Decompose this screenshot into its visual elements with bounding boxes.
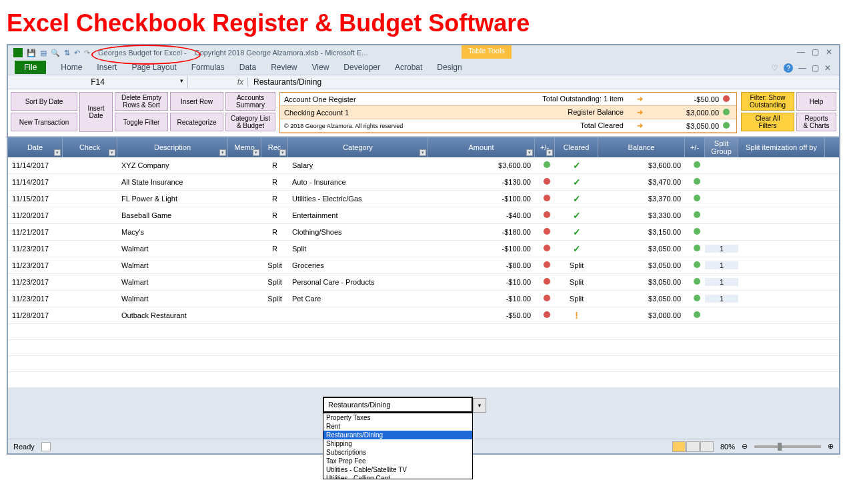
dropdown-item[interactable]: Property Taxes: [323, 413, 472, 422]
col-rec[interactable]: Rec▾: [261, 137, 288, 157]
table-row[interactable]: 11/23/2017WalmartSplitGroceries-$80.00Sp…: [8, 257, 839, 274]
dropdown-toggle-icon[interactable]: ▼: [473, 398, 486, 413]
cell-cleared[interactable]: Split: [555, 278, 598, 286]
formula-input[interactable]: Restaurants/Dining: [248, 77, 327, 87]
dropdown-item[interactable]: Restaurants/Dining: [323, 431, 472, 439]
cell-category[interactable]: Auto - Insurance: [288, 178, 428, 186]
cell-description[interactable]: Walmart: [117, 295, 228, 303]
redo-icon[interactable]: ↷: [84, 49, 90, 57]
sort-by-date-button[interactable]: Sort By Date: [11, 92, 77, 111]
dropdown-item[interactable]: Shipping: [323, 439, 472, 448]
dropdown-item[interactable]: Tax Prep Fee: [323, 457, 472, 465]
dropdown-item[interactable]: Utilities - Calling Card: [323, 474, 472, 479]
list-icon[interactable]: ▤: [40, 49, 47, 57]
cell-date[interactable]: 11/14/2017: [8, 178, 63, 186]
cell-description[interactable]: Walmart: [117, 245, 228, 253]
cell-date[interactable]: 11/20/2017: [8, 211, 63, 219]
cell-category[interactable]: Salary: [288, 161, 428, 169]
cell-amount[interactable]: -$40.00: [428, 211, 535, 219]
page-break-view-button[interactable]: [700, 441, 714, 452]
cell-description[interactable]: Macy's: [117, 228, 228, 236]
filter-dropdown-icon[interactable]: ▾: [279, 149, 286, 156]
cell-balance[interactable]: $3,370.00: [598, 195, 685, 203]
table-row[interactable]: 11/23/2017WalmartRSplit-$100.00✓$3,050.0…: [8, 241, 839, 257]
cell-category[interactable]: Personal Care - Products: [288, 278, 428, 286]
cell-cleared[interactable]: ✓: [555, 243, 598, 254]
cell-description[interactable]: Outback Restaurant: [117, 311, 228, 319]
zoom-in-button[interactable]: ⊕: [828, 442, 834, 451]
cell-cleared[interactable]: ✓: [555, 227, 598, 237]
table-row[interactable]: 11/23/2017WalmartSplitPersonal Care - Pr…: [8, 274, 839, 291]
cell-cleared[interactable]: ✓: [555, 193, 598, 204]
cell-balance[interactable]: $3,050.00: [598, 278, 685, 286]
cell-rec[interactable]: R: [261, 211, 288, 219]
table-row[interactable]: 11/20/2017Baseball GameREntertainment-$4…: [8, 207, 839, 224]
cell-amount[interactable]: -$100.00: [428, 245, 535, 253]
cell-date[interactable]: 11/15/2017: [8, 195, 63, 203]
help-icon[interactable]: ?: [784, 63, 793, 73]
tab-data[interactable]: Data: [239, 63, 256, 72]
cell-balance[interactable]: $3,600.00: [598, 161, 685, 169]
cell-rec[interactable]: Split: [261, 278, 288, 286]
col-memo[interactable]: Memo▾: [228, 137, 261, 157]
col-date[interactable]: Date▾: [8, 137, 63, 157]
table-row-empty[interactable]: [8, 356, 839, 372]
macro-record-icon[interactable]: [41, 442, 51, 451]
cell-amount[interactable]: -$130.00: [428, 178, 535, 186]
cell-amount[interactable]: -$80.00: [428, 261, 535, 269]
cell-cleared[interactable]: !: [555, 310, 598, 321]
tab-review[interactable]: Review: [271, 63, 297, 72]
cell-amount[interactable]: -$180.00: [428, 228, 535, 236]
tab-page-layout[interactable]: Page Layout: [131, 63, 176, 72]
tab-design[interactable]: Design: [437, 63, 462, 72]
cell-balance[interactable]: $3,050.00: [598, 245, 685, 253]
page-layout-view-button[interactable]: [686, 441, 700, 452]
col-split-itemization[interactable]: Split itemization off by: [738, 137, 825, 157]
cell-balance[interactable]: $3,000.00: [598, 311, 685, 319]
cell-category[interactable]: Clothing/Shoes: [288, 228, 428, 236]
filter-dropdown-icon[interactable]: ▾: [546, 149, 553, 156]
cell-category[interactable]: Pet Care: [288, 295, 428, 303]
help-button[interactable]: Help: [796, 92, 836, 111]
table-row-empty[interactable]: [8, 324, 839, 340]
cell-balance[interactable]: $3,050.00: [598, 295, 685, 303]
table-row[interactable]: 11/14/2017XYZ CompanyRSalary$3,600.00✓$3…: [8, 157, 839, 174]
cell-date[interactable]: 11/23/2017: [8, 261, 63, 269]
table-row[interactable]: 11/23/2017WalmartSplitPet Care-$10.00Spl…: [8, 291, 839, 307]
cell-cleared[interactable]: ✓: [555, 210, 598, 221]
col-pm1[interactable]: +/-▾: [535, 137, 555, 157]
col-check[interactable]: Check▾: [63, 137, 117, 157]
col-split-group[interactable]: Split Group: [705, 137, 738, 157]
window-minimize-icon[interactable]: —: [798, 63, 806, 73]
filter-show-outstanding-button[interactable]: Filter: Show Outstanding: [741, 92, 794, 111]
cell-rec[interactable]: R: [261, 178, 288, 186]
cell-category[interactable]: Groceries: [288, 261, 428, 269]
cell-description[interactable]: Baseball Game: [117, 211, 228, 219]
cell-rec[interactable]: Split: [261, 295, 288, 303]
cell-rec[interactable]: R: [261, 161, 288, 169]
cell-split-group[interactable]: 1: [705, 295, 738, 303]
tab-insert[interactable]: Insert: [97, 63, 117, 72]
table-row-empty[interactable]: [8, 340, 839, 356]
cell-description[interactable]: Walmart: [117, 261, 228, 269]
cell-date[interactable]: 11/23/2017: [8, 295, 63, 303]
filter-dropdown-icon[interactable]: ▾: [109, 149, 115, 156]
cell-date[interactable]: 11/14/2017: [8, 161, 63, 169]
col-balance[interactable]: Balance: [598, 137, 685, 157]
zoom-out-button[interactable]: ⊖: [742, 442, 748, 451]
dropdown-item[interactable]: Rent: [323, 422, 472, 431]
filter-dropdown-icon[interactable]: ▾: [219, 149, 226, 156]
cell-date[interactable]: 11/23/2017: [8, 245, 63, 253]
col-amount[interactable]: Amount▾: [428, 137, 535, 157]
name-box[interactable]: F14: [8, 76, 188, 88]
clear-filters-button[interactable]: Clear All Filters: [741, 113, 794, 131]
tab-acrobat[interactable]: Acrobat: [395, 63, 422, 72]
cell-amount[interactable]: -$50.00: [428, 311, 535, 319]
filter-dropdown-icon[interactable]: ▾: [54, 149, 61, 156]
table-row-empty[interactable]: [8, 372, 839, 388]
close-icon[interactable]: ✕: [826, 47, 832, 57]
cell-category[interactable]: Utilities - Electric/Gas: [288, 195, 428, 203]
insert-row-button[interactable]: Insert Row: [170, 92, 223, 111]
delete-empty-button[interactable]: Delete Empty Rows & Sort: [115, 92, 168, 111]
col-pm2[interactable]: +/-: [685, 137, 705, 157]
